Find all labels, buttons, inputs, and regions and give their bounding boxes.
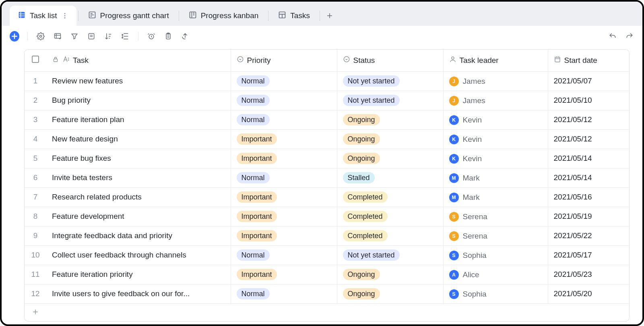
priority-cell[interactable]: Normal bbox=[231, 91, 337, 110]
table-row[interactable]: 3Feature iteration planNormalOngoingKKev… bbox=[25, 110, 629, 129]
start-date-cell[interactable]: 2021/05/17 bbox=[548, 245, 629, 265]
table-row[interactable]: 9Integrate feedback data and priorityImp… bbox=[25, 226, 629, 245]
status-cell[interactable]: Ongoing bbox=[337, 265, 443, 284]
priority-cell[interactable]: Normal bbox=[231, 71, 337, 91]
table-row[interactable]: 11Feature iteration priorityImportantOng… bbox=[25, 265, 629, 284]
table-row[interactable]: 6Invite beta testersNormalStalledMMark20… bbox=[25, 168, 629, 187]
table-row[interactable]: 7Research related productsImportantCompl… bbox=[25, 187, 629, 207]
status-cell[interactable]: Stalled bbox=[337, 168, 443, 187]
task-cell[interactable]: Invite users to give feedback on our for… bbox=[46, 284, 231, 303]
leader-cell[interactable]: JJames bbox=[443, 71, 548, 91]
leader-cell[interactable]: SSerena bbox=[443, 207, 548, 226]
status-cell[interactable]: Completed bbox=[337, 207, 443, 226]
leader-cell[interactable]: SSophia bbox=[443, 284, 548, 303]
status-cell[interactable]: Ongoing bbox=[337, 129, 443, 149]
task-cell[interactable]: Feature iteration priority bbox=[46, 265, 231, 284]
start-date-cell[interactable]: 2021/05/07 bbox=[548, 71, 629, 91]
leader-cell[interactable]: JJames bbox=[443, 91, 548, 110]
select-all-header[interactable] bbox=[25, 50, 46, 71]
column-header-start-date[interactable]: Start date bbox=[548, 50, 629, 71]
leader-cell[interactable]: MMark bbox=[443, 187, 548, 207]
start-date-cell[interactable]: 2021/05/12 bbox=[548, 129, 629, 149]
row-height-button[interactable] bbox=[120, 31, 130, 41]
column-header-leader[interactable]: Task leader bbox=[443, 50, 548, 71]
priority-cell[interactable]: Important bbox=[231, 129, 337, 149]
status-cell[interactable]: Ongoing bbox=[337, 149, 443, 168]
priority-cell[interactable]: Normal bbox=[231, 110, 337, 129]
tab-more-icon[interactable] bbox=[61, 11, 68, 21]
filter-button[interactable] bbox=[70, 31, 79, 41]
leader-cell[interactable]: KKevin bbox=[443, 149, 548, 168]
priority-cell[interactable]: Important bbox=[231, 187, 337, 207]
table-row[interactable]: 12Invite users to give feedback on our f… bbox=[25, 284, 629, 303]
start-date-cell[interactable]: 2021/05/16 bbox=[548, 187, 629, 207]
tab-task-list[interactable]: Task list bbox=[10, 6, 76, 26]
task-cell[interactable]: Invite beta testers bbox=[46, 168, 231, 187]
leader-cell[interactable]: KKevin bbox=[443, 129, 548, 149]
clipboard-button[interactable] bbox=[163, 31, 173, 41]
toggle-fields-button[interactable] bbox=[53, 31, 62, 41]
task-cell[interactable]: Feature bug fixes bbox=[46, 149, 231, 168]
reminder-button[interactable] bbox=[147, 31, 156, 41]
table-row[interactable]: 1Review new featuresNormalNot yet starte… bbox=[25, 71, 629, 91]
priority-cell[interactable]: Important bbox=[231, 265, 337, 284]
redo-button[interactable] bbox=[625, 31, 634, 41]
task-cell[interactable]: Bug priority bbox=[46, 91, 231, 110]
start-date-cell[interactable]: 2021/05/20 bbox=[548, 284, 629, 303]
settings-button[interactable] bbox=[36, 31, 45, 41]
priority-cell[interactable]: Important bbox=[231, 149, 337, 168]
task-cell[interactable]: Collect user feedback through channels bbox=[46, 245, 231, 265]
leader-cell[interactable]: KKevin bbox=[443, 110, 548, 129]
group-button[interactable] bbox=[87, 31, 96, 41]
sort-button[interactable] bbox=[103, 31, 113, 41]
priority-cell[interactable]: Normal bbox=[231, 168, 337, 187]
status-cell[interactable]: Not yet started bbox=[337, 91, 443, 110]
task-cell[interactable]: New feature design bbox=[46, 129, 231, 149]
task-cell[interactable]: Feature iteration plan bbox=[46, 110, 231, 129]
start-date-cell[interactable]: 2021/05/22 bbox=[548, 226, 629, 245]
table-row[interactable]: 8Feature developmentImportantCompletedSS… bbox=[25, 207, 629, 226]
tab-tasks[interactable]: Tasks bbox=[270, 6, 318, 26]
priority-cell[interactable]: Normal bbox=[231, 245, 337, 265]
table-row[interactable]: 5Feature bug fixesImportantOngoingKKevin… bbox=[25, 149, 629, 168]
task-cell[interactable]: Integrate feedback data and priority bbox=[46, 226, 231, 245]
priority-cell[interactable]: Important bbox=[231, 226, 337, 245]
add-view-button[interactable] bbox=[322, 6, 338, 26]
status-cell[interactable]: Ongoing bbox=[337, 284, 443, 303]
task-cell[interactable]: Research related products bbox=[46, 187, 231, 207]
start-date-cell[interactable]: 2021/05/14 bbox=[548, 168, 629, 187]
status-cell[interactable]: Completed bbox=[337, 226, 443, 245]
undo-button[interactable] bbox=[608, 31, 617, 41]
view-tabbar: Task list Progress gantt chart Progress … bbox=[2, 2, 642, 26]
start-date-cell[interactable]: 2021/05/19 bbox=[548, 207, 629, 226]
status-cell[interactable]: Not yet started bbox=[337, 71, 443, 91]
priority-cell[interactable]: Important bbox=[231, 207, 337, 226]
tab-progress-kanban[interactable]: Progress kanban bbox=[181, 6, 267, 26]
table-row[interactable]: 2Bug priorityNormalNot yet startedJJames… bbox=[25, 91, 629, 110]
start-date-cell[interactable]: 2021/05/12 bbox=[548, 110, 629, 129]
status-pill: Ongoing bbox=[343, 114, 380, 125]
status-cell[interactable]: Not yet started bbox=[337, 245, 443, 265]
checkbox-icon[interactable] bbox=[32, 56, 39, 63]
start-date-cell[interactable]: 2021/05/10 bbox=[548, 91, 629, 110]
start-date-cell[interactable]: 2021/05/23 bbox=[548, 265, 629, 284]
column-header-task[interactable]: Task bbox=[46, 50, 231, 71]
column-header-status[interactable]: Status bbox=[337, 50, 443, 71]
column-header-priority[interactable]: Priority bbox=[231, 50, 337, 71]
leader-cell[interactable]: MMark bbox=[443, 168, 548, 187]
add-record-button[interactable] bbox=[10, 31, 19, 41]
status-cell[interactable]: Ongoing bbox=[337, 110, 443, 129]
leader-cell[interactable]: SSerena bbox=[443, 226, 548, 245]
table-row[interactable]: 4New feature designImportantOngoingKKevi… bbox=[25, 129, 629, 149]
task-cell[interactable]: Review new features bbox=[46, 71, 231, 91]
leader-cell[interactable]: SSophia bbox=[443, 245, 548, 265]
start-date-cell[interactable]: 2021/05/14 bbox=[548, 149, 629, 168]
priority-cell[interactable]: Normal bbox=[231, 284, 337, 303]
status-cell[interactable]: Completed bbox=[337, 187, 443, 207]
share-button[interactable] bbox=[180, 31, 190, 41]
add-row-button[interactable] bbox=[25, 303, 629, 321]
task-cell[interactable]: Feature development bbox=[46, 207, 231, 226]
tab-progress-gantt[interactable]: Progress gantt chart bbox=[80, 6, 177, 26]
table-row[interactable]: 10Collect user feedback through channels… bbox=[25, 245, 629, 265]
leader-cell[interactable]: AAlice bbox=[443, 265, 548, 284]
